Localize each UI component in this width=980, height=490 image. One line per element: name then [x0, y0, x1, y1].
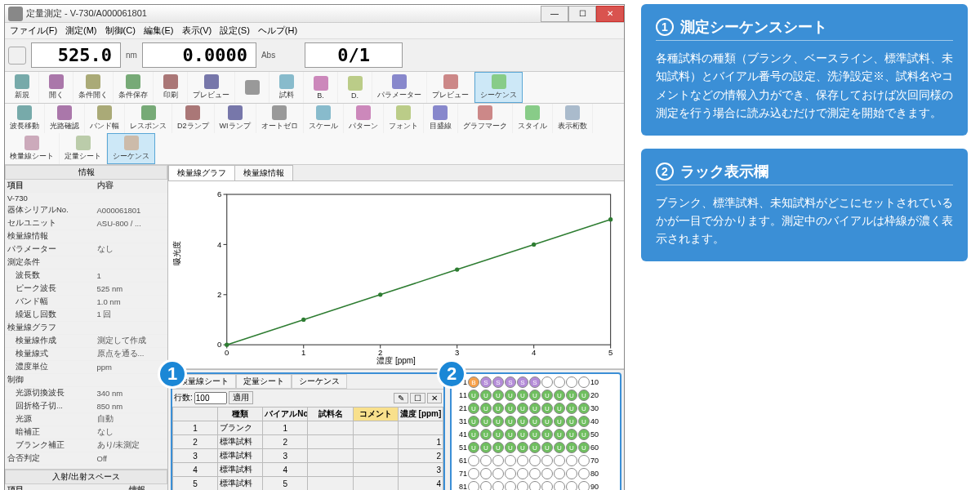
menu-item[interactable]: 測定(M) — [65, 24, 97, 37]
vial[interactable]: U — [566, 390, 577, 401]
tool-icon[interactable]: ☐ — [410, 393, 425, 403]
vial[interactable]: U — [541, 429, 553, 440]
toolbar-font[interactable]: フォント — [384, 104, 424, 133]
vial[interactable]: U — [505, 442, 516, 453]
vial[interactable] — [517, 468, 528, 479]
vial[interactable] — [578, 455, 590, 466]
vial[interactable]: U — [468, 442, 479, 453]
toolbar-cond-save[interactable]: 条件保存 — [114, 72, 154, 103]
vial[interactable] — [505, 455, 516, 466]
close-button[interactable]: ✕ — [596, 6, 624, 22]
seq-row[interactable]: 2標準試料21 — [173, 435, 443, 449]
toolbar-blank[interactable] — [235, 72, 270, 103]
vial[interactable]: U — [492, 416, 504, 427]
vial[interactable] — [517, 481, 528, 490]
vial[interactable] — [505, 481, 516, 490]
toolbar-pattern[interactable]: パターン — [344, 104, 384, 133]
vial[interactable] — [566, 376, 577, 388]
sequence-table[interactable]: 種類バイアルNo.試料名コメント濃度 [ppm]1ブランク12標準試料213標準… — [172, 407, 443, 490]
vial[interactable] — [566, 481, 577, 490]
vial[interactable]: U — [554, 416, 565, 427]
vial[interactable]: U — [529, 416, 541, 427]
vial[interactable] — [566, 468, 577, 479]
vial[interactable] — [541, 376, 553, 388]
vial[interactable] — [468, 455, 479, 466]
vial[interactable] — [541, 468, 553, 479]
vial[interactable] — [517, 455, 528, 466]
vial[interactable] — [541, 455, 553, 466]
vial[interactable]: U — [554, 403, 565, 414]
vial[interactable]: U — [468, 403, 479, 414]
toolbar-bandwidth[interactable]: バンド幅 — [85, 104, 125, 133]
vial[interactable]: U — [468, 416, 479, 427]
vial[interactable] — [578, 481, 590, 490]
vial[interactable]: U — [505, 416, 516, 427]
vial[interactable] — [480, 468, 492, 479]
graph-tab[interactable]: 検量線グラフ — [168, 165, 235, 180]
vial[interactable] — [480, 455, 492, 466]
toolbar-wl-move[interactable]: 波長移動 — [5, 104, 45, 133]
vial[interactable]: U — [468, 390, 479, 401]
vial[interactable] — [554, 376, 565, 388]
apply-button[interactable]: 適用 — [229, 391, 253, 404]
vial[interactable]: U — [505, 390, 516, 401]
toolbar-style[interactable]: スタイル — [513, 104, 553, 133]
vial[interactable]: U — [566, 442, 577, 453]
toolbar-sample[interactable]: 試料 — [270, 72, 304, 103]
seq-row[interactable]: 5標準試料54 — [173, 477, 443, 491]
vial[interactable] — [480, 481, 492, 490]
vial[interactable]: S — [492, 376, 504, 388]
vial[interactable] — [492, 468, 504, 479]
toolbar-print[interactable]: 印刷 — [154, 72, 188, 103]
tool-icon[interactable]: ✎ — [394, 393, 408, 403]
vial[interactable]: U — [578, 403, 590, 414]
toolbar-cond-open[interactable]: 条件開く — [74, 72, 114, 103]
vial[interactable]: U — [566, 429, 577, 440]
vial[interactable] — [541, 481, 553, 490]
vial[interactable] — [554, 481, 565, 490]
vial[interactable]: U — [529, 403, 541, 414]
toolbar-sample-sheet[interactable]: 定量シート — [60, 133, 107, 164]
menu-item[interactable]: ファイル(F) — [10, 24, 57, 37]
vial[interactable]: U — [505, 429, 516, 440]
vial[interactable]: U — [578, 429, 590, 440]
toolbar-new[interactable]: 新規 — [5, 72, 39, 103]
vial[interactable] — [578, 468, 590, 479]
toolbar-scale[interactable]: スケール — [304, 104, 344, 133]
menu-item[interactable]: 表示(V) — [182, 24, 212, 37]
toolbar-sequence2[interactable]: シーケンス — [107, 133, 155, 164]
seq-tab[interactable]: シーケンス — [292, 374, 347, 389]
toolbar-sequence[interactable]: シーケンス — [474, 72, 523, 103]
vial[interactable]: U — [541, 442, 553, 453]
vial[interactable]: U — [480, 403, 492, 414]
toolbar-b[interactable]: B. — [304, 72, 338, 103]
menu-item[interactable]: 編集(E) — [144, 24, 174, 37]
seq-tab[interactable]: 定量シート — [236, 374, 292, 389]
toolbar-digits[interactable]: 表示桁数 — [553, 104, 593, 133]
vial[interactable] — [578, 376, 590, 388]
vial[interactable]: U — [505, 403, 516, 414]
vial[interactable] — [468, 468, 479, 479]
vial[interactable]: U — [517, 403, 528, 414]
vial[interactable]: U — [541, 403, 553, 414]
vial[interactable]: U — [492, 390, 504, 401]
toolbar-preview2[interactable]: プレビュー — [427, 72, 474, 103]
vial[interactable] — [492, 481, 504, 490]
vial[interactable]: U — [517, 416, 528, 427]
toolbar-response[interactable]: レスポンス — [125, 104, 172, 133]
vial[interactable]: U — [492, 429, 504, 440]
toolbar-beam-check[interactable]: 光路確認 — [45, 104, 85, 133]
seq-row[interactable]: 4標準試料43 — [173, 463, 443, 477]
menu-item[interactable]: 制御(C) — [105, 24, 136, 37]
vial[interactable] — [554, 455, 565, 466]
vial[interactable]: U — [480, 442, 492, 453]
vial[interactable]: U — [517, 429, 528, 440]
toolbar-graphmark[interactable]: グラフマーク — [458, 104, 513, 133]
vial[interactable]: U — [566, 416, 577, 427]
vial[interactable]: U — [529, 390, 541, 401]
toolbar-cal-sheet[interactable]: 検量線シート — [5, 133, 60, 164]
vial[interactable]: U — [578, 416, 590, 427]
tool-icon[interactable]: ✕ — [427, 393, 442, 403]
vial[interactable]: U — [566, 403, 577, 414]
vial[interactable] — [505, 468, 516, 479]
